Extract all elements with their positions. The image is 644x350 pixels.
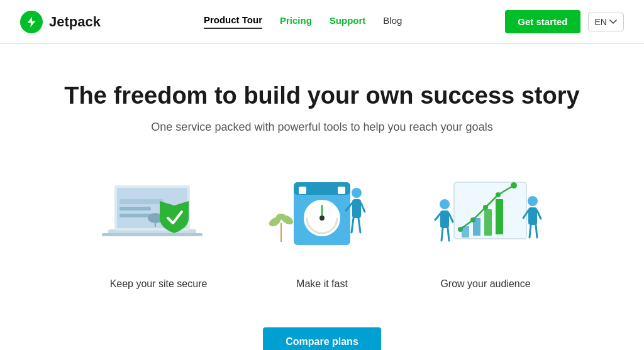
nav-right: Get started EN — [505, 10, 624, 33]
svg-rect-1 — [102, 233, 203, 236]
svg-rect-18 — [352, 199, 361, 218]
compare-plans-button[interactable]: Compare plans — [263, 327, 381, 350]
svg-line-40 — [449, 214, 453, 222]
feature-grow: Grow your audience — [423, 165, 548, 290]
svg-line-21 — [352, 218, 353, 232]
svg-point-43 — [528, 196, 538, 206]
header: Jetpack Product Tour Pricing Support Blo… — [0, 0, 644, 44]
fast-svg — [259, 167, 385, 264]
feature-fast-label: Make it fast — [296, 278, 348, 290]
get-started-button[interactable]: Get started — [505, 10, 580, 33]
svg-line-39 — [435, 214, 440, 220]
svg-point-17 — [352, 188, 362, 198]
secure-svg — [96, 167, 221, 264]
feature-grow-label: Grow your audience — [440, 278, 530, 290]
feature-secure-label: Keep your site secure — [110, 278, 208, 290]
svg-point-26 — [276, 214, 286, 220]
svg-line-46 — [537, 211, 541, 219]
main-nav: Product Tour Pricing Support Blog — [204, 14, 402, 29]
svg-rect-5 — [119, 207, 151, 211]
language-selector[interactable]: EN — [588, 13, 624, 31]
svg-line-42 — [448, 228, 449, 241]
feature-secure-illustration — [96, 165, 221, 266]
nav-pricing[interactable]: Pricing — [280, 15, 312, 28]
svg-rect-34 — [473, 218, 480, 236]
svg-rect-12 — [338, 187, 345, 194]
features-row: Keep your site secure — [13, 165, 631, 315]
feature-grow-illustration — [423, 165, 548, 266]
hero-section: The freedom to build your own success st… — [0, 44, 644, 350]
svg-line-41 — [441, 228, 443, 241]
feature-fast: Make it fast — [259, 165, 385, 290]
svg-rect-44 — [528, 207, 537, 225]
hero-subtitle: One service packed with powerful tools t… — [13, 121, 631, 134]
svg-point-31 — [496, 192, 501, 197]
svg-point-32 — [511, 182, 517, 189]
svg-rect-11 — [299, 187, 306, 194]
logo-text: Jetpack — [49, 14, 101, 30]
svg-line-22 — [358, 218, 360, 232]
nav-support[interactable]: Support — [330, 15, 366, 28]
svg-rect-33 — [462, 226, 469, 238]
svg-line-47 — [530, 225, 531, 238]
feature-secure: Keep your site secure — [96, 165, 221, 290]
nav-product-tour[interactable]: Product Tour — [204, 14, 262, 29]
logo-area: Jetpack — [20, 11, 101, 33]
hero-title: The freedom to build your own success st… — [13, 82, 631, 111]
svg-rect-35 — [484, 209, 492, 236]
chevron-down-icon — [609, 19, 617, 25]
svg-point-16 — [319, 216, 325, 221]
svg-rect-38 — [440, 211, 449, 228]
grow-svg — [423, 167, 548, 264]
svg-rect-4 — [119, 199, 164, 204]
lightning-icon — [25, 16, 38, 28]
svg-point-37 — [440, 199, 450, 209]
svg-point-30 — [483, 205, 488, 210]
jetpack-logo-icon — [20, 11, 43, 33]
lang-label: EN — [595, 17, 607, 27]
svg-rect-36 — [496, 199, 503, 234]
feature-fast-illustration — [259, 165, 385, 266]
svg-line-48 — [536, 225, 537, 238]
cta-area: Compare plans — [13, 315, 631, 350]
svg-line-20 — [361, 203, 365, 212]
nav-blog[interactable]: Blog — [383, 15, 402, 28]
